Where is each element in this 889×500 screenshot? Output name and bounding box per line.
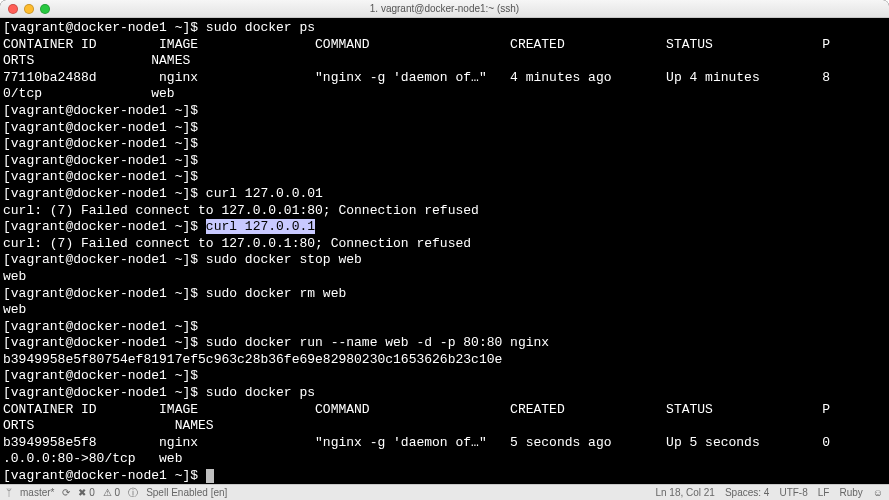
info-icon: ⓘ — [128, 486, 138, 500]
terminal-line: [vagrant@docker-node1 ~]$ — [3, 136, 886, 153]
terminal-line: web — [3, 302, 886, 319]
terminal-line: [vagrant@docker-node1 ~]$ — [3, 319, 886, 336]
titlebar: 1. vagrant@docker-node1:~ (ssh) — [0, 0, 889, 18]
terminal-line: [vagrant@docker-node1 ~]$ curl 127.0.0.0… — [3, 186, 886, 203]
terminal-line: [vagrant@docker-node1 ~]$ sudo docker ps — [3, 385, 886, 402]
traffic-lights — [8, 4, 50, 14]
feedback-icon[interactable]: ☺ — [873, 487, 883, 498]
terminal-line: CONTAINER ID IMAGE COMMAND CREATED STATU… — [3, 402, 886, 419]
language-mode[interactable]: Ruby — [839, 487, 862, 498]
sync-button[interactable]: ⟳ — [62, 487, 70, 498]
terminal-line: .0.0.0:80->80/tcp web — [3, 451, 886, 468]
warnings-count[interactable]: ⚠ 0 — [103, 487, 120, 498]
terminal-line: ORTS NAMES — [3, 53, 886, 70]
close-icon[interactable] — [8, 4, 18, 14]
terminal-line: [vagrant@docker-node1 ~]$ — [3, 120, 886, 137]
terminal-line: [vagrant@docker-node1 ~]$ sudo docker ru… — [3, 335, 886, 352]
terminal-line: [vagrant@docker-node1 ~]$ sudo docker ps — [3, 20, 886, 37]
terminal-line: [vagrant@docker-node1 ~]$ — [3, 368, 886, 385]
errors-count[interactable]: ✖ 0 — [78, 487, 94, 498]
git-branch[interactable]: master* — [20, 487, 54, 498]
window: 1. vagrant@docker-node1:~ (ssh) [vagrant… — [0, 0, 889, 500]
terminal-line: [vagrant@docker-node1 ~]$ sudo docker rm… — [3, 286, 886, 303]
terminal-line: [vagrant@docker-node1 ~]$ — [3, 468, 886, 484]
terminal[interactable]: [vagrant@docker-node1 ~]$ sudo docker ps… — [0, 18, 889, 484]
terminal-line: b3949958e5f8 nginx "nginx -g 'daemon of…… — [3, 435, 886, 452]
zoom-icon[interactable] — [40, 4, 50, 14]
terminal-line: ORTS NAMES — [3, 418, 886, 435]
terminal-line: [vagrant@docker-node1 ~]$ — [3, 169, 886, 186]
statusbar: ᛘ master* ⟳ ✖ 0 ⚠ 0 ⓘ Spell Enabled [en]… — [0, 484, 889, 500]
cursor-position[interactable]: Ln 18, Col 21 — [655, 487, 715, 498]
terminal-line: curl: (7) Failed connect to 127.0.0.1:80… — [3, 236, 886, 253]
window-title: 1. vagrant@docker-node1:~ (ssh) — [370, 3, 519, 14]
terminal-line: curl: (7) Failed connect to 127.0.0.01:8… — [3, 203, 886, 220]
indentation[interactable]: Spaces: 4 — [725, 487, 769, 498]
terminal-line: [vagrant@docker-node1 ~]$ — [3, 103, 886, 120]
cursor — [206, 469, 214, 483]
spell-label[interactable]: Spell Enabled [en] — [146, 487, 227, 498]
eol[interactable]: LF — [818, 487, 830, 498]
terminal-line: CONTAINER ID IMAGE COMMAND CREATED STATU… — [3, 37, 886, 54]
minimize-icon[interactable] — [24, 4, 34, 14]
terminal-line: [vagrant@docker-node1 ~]$ — [3, 153, 886, 170]
terminal-line: 0/tcp web — [3, 86, 886, 103]
terminal-line: 77110ba2488d nginx "nginx -g 'daemon of…… — [3, 70, 886, 87]
terminal-line: web — [3, 269, 886, 286]
terminal-line: [vagrant@docker-node1 ~]$ sudo docker st… — [3, 252, 886, 269]
terminal-line: b3949958e5f80754ef81917ef5c963c28b36fe69… — [3, 352, 886, 369]
selection: curl 127.0.0.1 — [206, 219, 315, 234]
encoding[interactable]: UTF-8 — [779, 487, 807, 498]
terminal-line: [vagrant@docker-node1 ~]$ curl 127.0.0.1 — [3, 219, 886, 236]
branch-icon: ᛘ — [6, 487, 12, 498]
